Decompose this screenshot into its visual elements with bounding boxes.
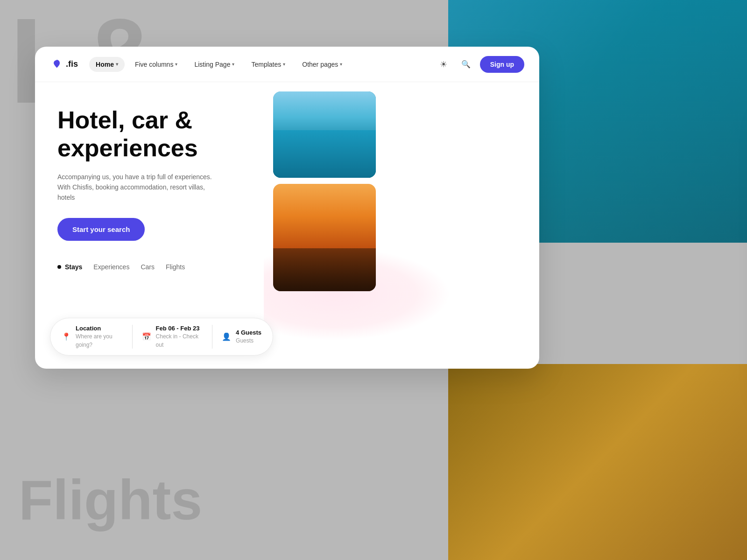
overwater-scene: [273, 91, 376, 178]
guests-field[interactable]: 👤 4 Guests Guests: [212, 329, 261, 344]
bg-text-bottom: Flights: [19, 468, 202, 532]
hero-cta-button[interactable]: Start your search: [57, 218, 145, 241]
nav-five-columns[interactable]: Five columns ▾: [128, 57, 184, 72]
nav-other-pages[interactable]: Other pages ▾: [296, 57, 349, 72]
hero-title: Hotel, car &experiences: [57, 106, 245, 162]
nav-templates[interactable]: Templates ▾: [245, 57, 292, 72]
other-pages-chevron-icon: ▾: [340, 62, 342, 67]
search-bar: 📍 Location Where are you going? 📅 Feb 06…: [50, 318, 273, 356]
hero-left: Hotel, car &experiences Accompanying us,…: [35, 82, 264, 369]
hero-subtitle: Accompanying us, you have a trip full of…: [57, 172, 216, 203]
templates-chevron-icon: ▾: [283, 62, 285, 67]
tab-stays[interactable]: Stays: [57, 263, 82, 271]
location-label: Location: [76, 325, 123, 332]
search-tabs: Stays Experiences Cars Flights: [57, 263, 245, 271]
date-field[interactable]: 📅 Feb 06 - Feb 23 Check in - Check out: [133, 325, 213, 349]
main-card: .fis Home ▾ Five columns ▾ Listing Page …: [35, 47, 539, 369]
navbar: .fis Home ▾ Five columns ▾ Listing Page …: [35, 47, 539, 82]
guests-sub: Guests: [236, 337, 254, 344]
listing-chevron-icon: ▾: [232, 62, 234, 67]
calendar-icon: 📅: [142, 332, 151, 341]
navbar-right: ☀ 🔍 Sign up: [435, 56, 524, 73]
location-icon: 📍: [62, 332, 71, 341]
theme-toggle-button[interactable]: ☀: [435, 56, 452, 73]
home-chevron-icon: ▾: [116, 62, 118, 67]
hero-image-bottom: [273, 184, 376, 291]
nav-home[interactable]: Home ▾: [89, 57, 125, 72]
hero-images: [264, 82, 539, 369]
hero-section: Hotel, car &experiences Accompanying us,…: [35, 82, 539, 369]
signup-button[interactable]: Sign up: [480, 56, 524, 73]
tab-stays-dot: [57, 265, 61, 269]
tab-experiences[interactable]: Experiences: [93, 263, 129, 271]
search-button[interactable]: 🔍: [458, 56, 474, 73]
location-field[interactable]: 📍 Location Where are you going?: [62, 325, 133, 349]
date-label: Feb 06 - Feb 23: [156, 325, 203, 332]
tab-cars[interactable]: Cars: [141, 263, 155, 271]
nav-listing-page[interactable]: Listing Page ▾: [188, 57, 241, 72]
sun-icon: ☀: [440, 59, 447, 70]
date-sub: Check in - Check out: [156, 333, 198, 348]
logo-icon: [50, 58, 63, 71]
logo[interactable]: .fis: [50, 58, 78, 71]
logo-text: .fis: [66, 59, 78, 69]
five-columns-chevron-icon: ▾: [175, 62, 177, 67]
hero-image-top: [273, 91, 376, 178]
search-icon: 🔍: [461, 60, 471, 69]
bg-image-bottom-right: [448, 364, 747, 560]
guests-label: 4 Guests: [236, 329, 261, 336]
tab-flights[interactable]: Flights: [166, 263, 185, 271]
location-value: Where are you going?: [76, 333, 113, 348]
sunset-scene: [273, 184, 376, 291]
guests-icon: 👤: [222, 332, 231, 341]
